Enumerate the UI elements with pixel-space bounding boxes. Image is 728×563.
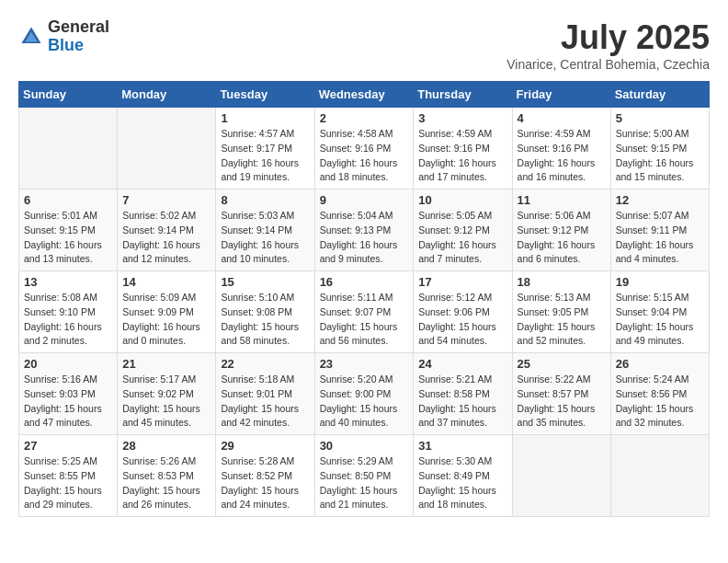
day-number: 5 <box>616 111 704 125</box>
day-number: 28 <box>122 439 210 453</box>
sunrise-text: Sunrise: 5:12 AM <box>418 292 492 303</box>
logo: General Blue <box>18 18 109 55</box>
sunrise-text: Sunrise: 5:28 AM <box>221 455 294 466</box>
day-info: Sunrise: 5:11 AMSunset: 9:07 PMDaylight:… <box>320 291 409 349</box>
sunrise-text: Sunrise: 5:00 AM <box>616 128 689 139</box>
day-number: 3 <box>418 111 506 125</box>
table-cell: 23Sunrise: 5:20 AMSunset: 9:00 PMDayligh… <box>314 353 414 435</box>
sunset-text: Sunset: 9:04 PM <box>616 306 688 317</box>
sunrise-text: Sunrise: 5:25 AM <box>24 455 97 466</box>
daylight-text: Daylight: 15 hours and 37 minutes. <box>418 403 496 429</box>
day-number: 6 <box>24 193 112 207</box>
table-cell: 11Sunrise: 5:06 AMSunset: 9:12 PMDayligh… <box>512 190 610 271</box>
table-cell: 18Sunrise: 5:13 AMSunset: 9:05 PMDayligh… <box>512 271 610 353</box>
sunrise-text: Sunrise: 5:01 AM <box>24 210 97 221</box>
day-info: Sunrise: 5:26 AMSunset: 8:53 PMDaylight:… <box>122 454 210 512</box>
day-info: Sunrise: 5:21 AMSunset: 8:58 PMDaylight:… <box>418 373 506 431</box>
table-cell: 29Sunrise: 5:28 AMSunset: 8:52 PMDayligh… <box>216 435 314 517</box>
sunrise-text: Sunrise: 5:09 AM <box>122 292 196 303</box>
day-number: 23 <box>320 357 409 371</box>
day-info: Sunrise: 5:15 AMSunset: 9:04 PMDaylight:… <box>616 291 704 349</box>
sunset-text: Sunset: 9:14 PM <box>122 224 194 236</box>
table-cell: 12Sunrise: 5:07 AMSunset: 9:11 PMDayligh… <box>610 190 709 271</box>
table-cell: 26Sunrise: 5:24 AMSunset: 8:56 PMDayligh… <box>610 353 709 435</box>
daylight-text: Daylight: 16 hours and 9 minutes. <box>320 239 398 265</box>
table-cell: 6Sunrise: 5:01 AMSunset: 9:15 PMDaylight… <box>19 190 118 271</box>
daylight-text: Daylight: 15 hours and 49 minutes. <box>616 321 694 347</box>
table-cell: 30Sunrise: 5:29 AMSunset: 8:50 PMDayligh… <box>314 435 414 517</box>
daylight-text: Daylight: 16 hours and 18 minutes. <box>320 157 398 183</box>
sunrise-text: Sunrise: 5:17 AM <box>122 373 196 385</box>
daylight-text: Daylight: 15 hours and 26 minutes. <box>122 485 200 511</box>
day-info: Sunrise: 4:58 AMSunset: 9:16 PMDaylight:… <box>320 127 409 185</box>
day-number: 14 <box>122 275 210 289</box>
daylight-text: Daylight: 15 hours and 21 minutes. <box>320 485 398 511</box>
sunset-text: Sunset: 9:12 PM <box>518 224 589 236</box>
table-cell: 4Sunrise: 4:59 AMSunset: 9:16 PMDaylight… <box>512 108 610 190</box>
table-cell: 17Sunrise: 5:12 AMSunset: 9:06 PMDayligh… <box>414 271 512 353</box>
table-cell: 28Sunrise: 5:26 AMSunset: 8:53 PMDayligh… <box>118 435 216 517</box>
daylight-text: Daylight: 16 hours and 17 minutes. <box>418 157 496 183</box>
sunset-text: Sunset: 8:50 PM <box>320 470 392 481</box>
table-cell: 13Sunrise: 5:08 AMSunset: 9:10 PMDayligh… <box>19 271 118 353</box>
daylight-text: Daylight: 15 hours and 18 minutes. <box>418 485 496 511</box>
table-cell: 14Sunrise: 5:09 AMSunset: 9:09 PMDayligh… <box>118 271 216 353</box>
table-cell: 21Sunrise: 5:17 AMSunset: 9:02 PMDayligh… <box>118 353 216 435</box>
sunrise-text: Sunrise: 5:20 AM <box>320 373 393 385</box>
daylight-text: Daylight: 15 hours and 54 minutes. <box>418 321 496 347</box>
table-cell: 24Sunrise: 5:21 AMSunset: 8:58 PMDayligh… <box>414 353 512 435</box>
sunset-text: Sunset: 9:11 PM <box>616 224 688 236</box>
sunrise-text: Sunrise: 5:10 AM <box>221 292 294 303</box>
sunset-text: Sunset: 9:03 PM <box>24 388 96 399</box>
week-row-5: 27Sunrise: 5:25 AMSunset: 8:55 PMDayligh… <box>19 435 710 517</box>
table-cell: 2Sunrise: 4:58 AMSunset: 9:16 PMDaylight… <box>314 108 414 190</box>
sunset-text: Sunset: 9:12 PM <box>418 224 490 236</box>
day-info: Sunrise: 5:24 AMSunset: 8:56 PMDaylight:… <box>616 373 704 431</box>
day-number: 31 <box>418 439 506 453</box>
day-info: Sunrise: 5:00 AMSunset: 9:15 PMDaylight:… <box>616 127 704 185</box>
day-info: Sunrise: 5:20 AMSunset: 9:00 PMDaylight:… <box>320 373 409 431</box>
daylight-text: Daylight: 15 hours and 24 minutes. <box>221 485 299 511</box>
sunrise-text: Sunrise: 5:24 AM <box>616 373 689 385</box>
table-cell: 25Sunrise: 5:22 AMSunset: 8:57 PMDayligh… <box>512 353 610 435</box>
day-info: Sunrise: 4:59 AMSunset: 9:16 PMDaylight:… <box>418 127 506 185</box>
table-cell: 7Sunrise: 5:02 AMSunset: 9:14 PMDaylight… <box>118 190 216 271</box>
sunrise-text: Sunrise: 5:30 AM <box>418 455 492 466</box>
sunset-text: Sunset: 8:57 PM <box>518 388 589 399</box>
daylight-text: Daylight: 16 hours and 19 minutes. <box>221 157 299 183</box>
day-info: Sunrise: 5:05 AMSunset: 9:12 PMDaylight:… <box>418 209 506 267</box>
sunrise-text: Sunrise: 5:05 AM <box>418 210 492 221</box>
table-cell: 8Sunrise: 5:03 AMSunset: 9:14 PMDaylight… <box>216 190 314 271</box>
sunrise-text: Sunrise: 5:13 AM <box>518 292 591 303</box>
week-row-4: 20Sunrise: 5:16 AMSunset: 9:03 PMDayligh… <box>19 353 710 435</box>
sunset-text: Sunset: 9:10 PM <box>24 306 96 317</box>
daylight-text: Daylight: 15 hours and 47 minutes. <box>24 403 102 429</box>
daylight-text: Daylight: 16 hours and 2 minutes. <box>24 321 102 347</box>
sunrise-text: Sunrise: 4:59 AM <box>518 128 591 139</box>
day-info: Sunrise: 5:02 AMSunset: 9:14 PMDaylight:… <box>122 209 210 267</box>
sunrise-text: Sunrise: 4:57 AM <box>221 128 294 139</box>
daylight-text: Daylight: 16 hours and 15 minutes. <box>616 157 694 183</box>
calendar-table: Sunday Monday Tuesday Wednesday Thursday… <box>18 81 710 517</box>
day-number: 10 <box>418 193 506 207</box>
day-number: 11 <box>518 193 606 207</box>
logo-icon <box>18 24 44 50</box>
day-number: 26 <box>616 357 704 371</box>
daylight-text: Daylight: 15 hours and 42 minutes. <box>221 403 299 429</box>
day-info: Sunrise: 5:09 AMSunset: 9:09 PMDaylight:… <box>122 291 210 349</box>
col-monday: Monday <box>118 82 216 108</box>
table-cell: 19Sunrise: 5:15 AMSunset: 9:04 PMDayligh… <box>610 271 709 353</box>
day-info: Sunrise: 5:07 AMSunset: 9:11 PMDaylight:… <box>616 209 704 267</box>
sunrise-text: Sunrise: 5:22 AM <box>518 373 591 385</box>
day-number: 12 <box>616 193 704 207</box>
col-saturday: Saturday <box>610 82 709 108</box>
daylight-text: Daylight: 16 hours and 10 minutes. <box>221 239 299 265</box>
sunset-text: Sunset: 9:15 PM <box>616 143 688 154</box>
day-number: 25 <box>518 357 606 371</box>
day-number: 30 <box>320 439 409 453</box>
sunrise-text: Sunrise: 5:06 AM <box>518 210 591 221</box>
title-block: July 2025 Vinarice, Central Bohemia, Cze… <box>506 18 710 72</box>
day-info: Sunrise: 5:08 AMSunset: 9:10 PMDaylight:… <box>24 291 112 349</box>
day-info: Sunrise: 5:29 AMSunset: 8:50 PMDaylight:… <box>320 454 409 512</box>
daylight-text: Daylight: 15 hours and 58 minutes. <box>221 321 299 347</box>
